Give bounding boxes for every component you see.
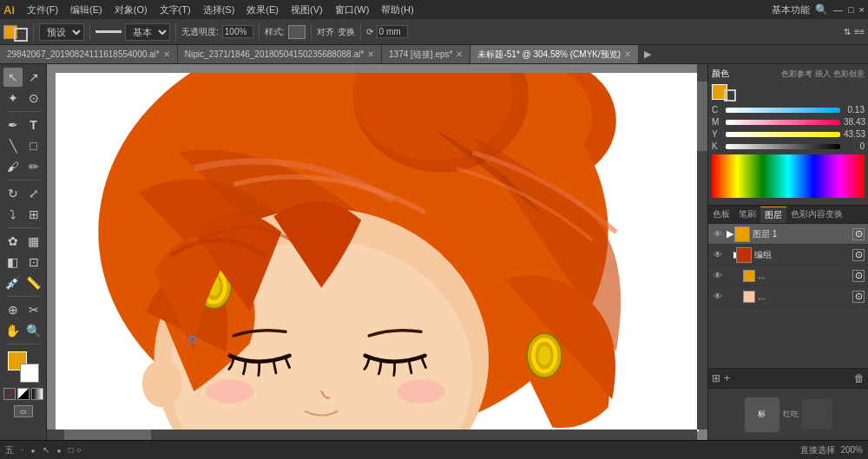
opacity-input[interactable] [222,25,253,38]
free-transform-tool[interactable]: ⊞ [24,205,43,224]
layer-options-3[interactable]: ⊙ [852,291,865,303]
gradient-box[interactable] [31,388,43,400]
window-close[interactable]: × [859,4,865,15]
tab-close-1[interactable]: ✕ [367,49,374,59]
watermark-logo2 [802,399,832,429]
line-tool[interactable]: ╲ [3,136,23,155]
create-layer-btn[interactable]: + [724,372,730,384]
symbol-tool[interactable]: ✿ [3,232,23,251]
scale-tool[interactable]: ⤢ [24,184,43,203]
tab-swatches[interactable]: 色板 [708,207,734,223]
insert-tab[interactable]: 插入 [815,69,831,80]
layer-thumb-1 [736,247,752,263]
layer-item-3[interactable]: 👁 ... ⊙ [708,286,868,307]
none-color[interactable] [3,388,16,400]
tab-layers[interactable]: 图层 [760,207,786,223]
mesh-tool[interactable]: ⊡ [24,252,43,272]
cmyk-y-value: 43.53 [844,129,865,139]
rotate-tool[interactable]: ↻ [3,184,23,203]
stroke-dropdown[interactable]: 基本 [125,23,170,41]
scissors-tool[interactable]: ✂ [24,300,43,319]
search-icon[interactable]: 🔍 [815,3,828,16]
make-sublayer-btn[interactable]: ⊞ [712,372,720,384]
blend-tool[interactable]: ⊕ [3,300,23,319]
layer-eye-3[interactable]: 👁 [712,291,724,303]
shape-tool[interactable]: □ [24,136,43,155]
window-minimize[interactable]: — [833,4,843,15]
window-maximize[interactable]: □ [848,4,854,15]
mode-dropdown[interactable]: 预设 [39,23,84,41]
pen-tool[interactable]: ✒ [3,115,23,134]
magic-wand-tool[interactable]: ✦ [3,89,23,108]
arrange-icon[interactable]: ⇅ [844,27,851,36]
type-tool[interactable]: T [24,115,43,134]
paintbrush-tool[interactable]: 🖌 [3,157,23,176]
toolbar-separator-6 [360,23,361,41]
gradient-tool[interactable]: ◧ [3,252,23,272]
menu-window[interactable]: 窗口(W) [330,2,375,18]
tab-close-2[interactable]: ✕ [456,49,463,59]
screen-mode[interactable]: ▭ [14,405,33,417]
direct-selection-tool[interactable]: ↗ [24,68,43,87]
lasso-tool[interactable]: ⊙ [24,89,43,108]
layer-expand-1[interactable]: ▶ [727,249,733,260]
layer-options-0[interactable]: ⊙ [852,228,865,240]
panel-stroke-swatch[interactable] [724,89,736,102]
layer-options-1[interactable]: ⊙ [852,249,865,261]
tab-scroll-right[interactable]: ▶ [639,49,656,60]
eyedropper-tool[interactable]: 💉 [3,273,23,292]
menu-view[interactable]: 视图(V) [286,2,328,18]
tab-close-0[interactable]: ✕ [163,49,170,59]
measure-tool[interactable]: 📏 [24,273,43,292]
menu-effect[interactable]: 效果(E) [241,2,284,18]
pencil-tool[interactable]: ✏ [24,157,43,176]
cmyk-m-track[interactable] [726,120,840,125]
layer-item-2[interactable]: 👁 ... ⊙ [708,266,868,286]
tab-0[interactable]: 29842067_20190824111618554000.ai* ✕ [0,45,178,64]
horizontal-scrollbar[interactable] [47,429,697,440]
cmyk-y-track[interactable] [726,132,840,137]
menu-edit[interactable]: 编辑(E) [65,2,108,18]
creative-tab[interactable]: 色彩创意 [833,69,865,80]
color-selector[interactable] [8,351,39,383]
layer-eye-2[interactable]: 👁 [712,270,724,282]
menu-select[interactable]: 选择(S) [198,2,240,18]
tool-separator-4 [6,296,41,297]
color-mode[interactable] [17,388,30,400]
layer-item-1[interactable]: 👁 ▶ 编组 ⊙ [708,245,868,266]
layer-eye-0[interactable]: 👁 [712,228,724,240]
column-graph-tool[interactable]: ▦ [24,232,43,251]
menu-object[interactable]: 对象(O) [109,2,153,18]
tab-2[interactable]: 1374 [链接].eps* ✕ [382,45,470,64]
cmyk-c-track[interactable] [726,108,840,113]
zoom-tool[interactable]: 🔍 [24,321,43,340]
vertical-scrollbar[interactable] [697,64,707,429]
warp-tool[interactable]: ⤵ [3,205,23,224]
cmyk-m-label: M [712,117,722,127]
stroke-color[interactable] [20,364,39,383]
color-spectrum-bar[interactable] [712,154,865,198]
menu-file[interactable]: 文件(F) [22,2,63,18]
more-options-icon[interactable]: ≡≡ [854,27,865,36]
color-ref-tab[interactable]: 色彩参考 [781,69,812,80]
delete-layer-btn[interactable]: 🗑 [854,372,865,384]
hand-tool[interactable]: ✋ [3,321,23,340]
cmyk-k-track[interactable] [726,144,840,149]
layer-eye-1[interactable]: 👁 [712,249,724,261]
menu-help[interactable]: 帮助(H) [376,2,418,18]
tab-color-content[interactable]: 色彩内容变换 [786,207,847,223]
layer-item-0[interactable]: 👁 ▶ 图层 1 ⊙ [708,224,868,245]
tab-3[interactable]: 未标题-51* @ 304.58% (CMYK/预览) ✕ [470,45,639,64]
layer-options-2[interactable]: ⊙ [852,270,865,282]
canvas-area[interactable] [47,64,707,440]
tab-brush[interactable]: 笔刷 [734,207,760,223]
angle-input[interactable] [377,25,408,38]
tab-close-3[interactable]: ✕ [624,49,631,59]
layer-expand-0[interactable]: ▶ [727,228,732,239]
stroke-color-swatch[interactable] [14,28,28,42]
selection-tool[interactable]: ↖ [3,68,23,87]
menu-type[interactable]: 文字(T) [155,2,196,18]
style-swatch[interactable] [288,25,306,39]
tab-1[interactable]: Nipic_2371/1846_20180504150235688088.ai*… [178,45,382,64]
cmyk-y-label: Y [712,129,722,139]
